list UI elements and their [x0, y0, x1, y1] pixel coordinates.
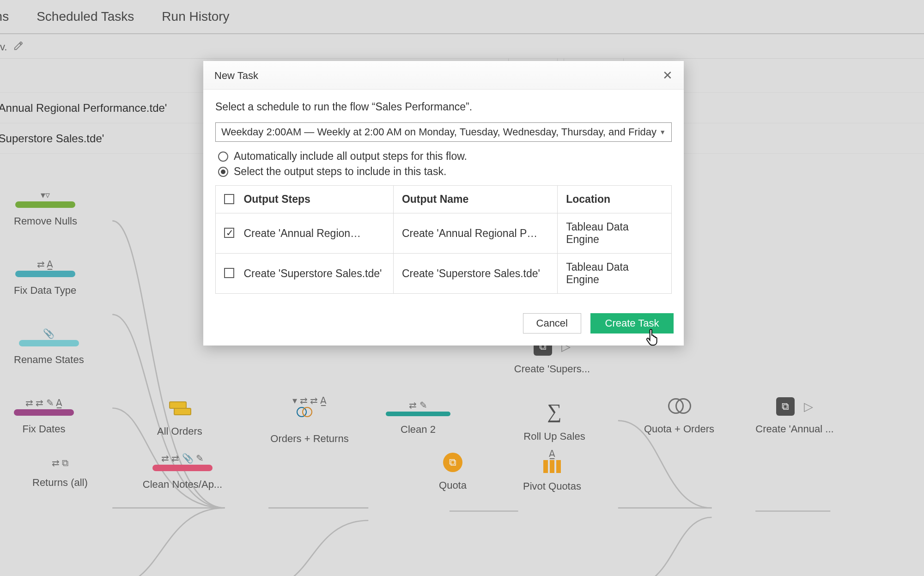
step-clean2: Clean 2	[383, 424, 453, 436]
join-icon	[297, 407, 322, 425]
join-icon-2	[666, 397, 692, 416]
step-create-supers: Create 'Supers...	[513, 363, 591, 375]
step-all-orders: All Orders	[157, 425, 202, 437]
row-location: Tableau Data Engine	[558, 213, 672, 254]
step-returns-all: Returns (all)	[32, 477, 88, 489]
step-orders-returns: Orders + Returns	[263, 433, 356, 445]
radio-auto-include-label: Automatically include all output steps f…	[234, 150, 467, 163]
step-remove-nulls: Remove Nulls	[14, 215, 77, 227]
bg-row2-step: e 'Superstore Sales.tde'	[0, 132, 209, 145]
top-tabs: tions Scheduled Tasks Run History	[0, 0, 924, 34]
tools-icon: ⇄ ⇄ ✎ A̲	[14, 397, 74, 409]
row-checkbox[interactable]	[224, 228, 234, 238]
cancel-button[interactable]: Cancel	[523, 313, 581, 333]
breadcrumb: v.	[0, 34, 924, 58]
step-roll-up-sales: Roll Up Sales	[517, 430, 591, 443]
table-row[interactable]: Create 'Superstore Sales.tde' Create 'Su…	[216, 254, 672, 294]
step-clean-notes: Clean Notes/Ap...	[139, 479, 226, 491]
table-row[interactable]: Create 'Annual Regional Perf… Create 'An…	[216, 213, 672, 254]
quota-icon: ⧉	[443, 453, 462, 472]
step-pivot-quotas: Pivot Quotas	[513, 480, 591, 492]
row-step: Create 'Annual Regional Perf…	[243, 227, 364, 240]
type-icon: ⇄ A̲	[14, 259, 76, 271]
cursor-icon	[645, 328, 661, 346]
row-step: Create 'Superstore Sales.tde'	[243, 267, 382, 279]
pivot-icon	[513, 460, 591, 473]
step-quota-orders: Quota + Orders	[633, 423, 725, 435]
breadcrumb-fragment: v.	[0, 41, 7, 53]
tab-connections[interactable]: tions	[0, 9, 9, 24]
play-icon-2[interactable]: ▷	[804, 400, 813, 414]
chevron-down-icon: ▼	[659, 128, 666, 136]
schedule-select[interactable]: Weekday 2:00AM — Weekly at 2:00 AM on Mo…	[215, 122, 672, 142]
row-name: Create 'Annual Regional Perfo…	[402, 227, 541, 240]
copy-icon: ⇄ ⧉	[32, 457, 88, 469]
step-clean2-pill[interactable]	[386, 412, 450, 416]
edit-icon[interactable]	[13, 41, 24, 54]
schedule-select-value: Weekday 2:00AM — Weekly at 2:00 AM on Mo…	[221, 126, 657, 138]
bg-row1-step: e 'Annual Regional Performance.tde'	[0, 102, 209, 115]
step-quota: Quota	[425, 479, 480, 491]
radio-select-steps[interactable]	[218, 167, 228, 177]
radio-auto-include[interactable]	[218, 152, 228, 162]
tab-run-history[interactable]: Run History	[162, 9, 229, 24]
create-task-button[interactable]: Create Task	[590, 313, 674, 333]
pivot-micro-icon: A̲	[513, 448, 591, 460]
step-rename-states-pill[interactable]	[19, 340, 79, 346]
col-location: Location	[558, 186, 672, 213]
tab-scheduled-tasks[interactable]: Scheduled Tasks	[36, 9, 134, 24]
sigma-icon: ∑	[517, 400, 591, 423]
step-clean-notes-pill[interactable]	[152, 465, 213, 471]
step-rename-states: Rename States	[14, 354, 84, 366]
new-task-dialog: New Task ✕ Select a schedule to run the …	[203, 61, 684, 346]
union-icon	[169, 400, 190, 418]
row-location: Tableau Data Engine	[558, 254, 672, 294]
row-name: Create 'Superstore Sales.tde'	[393, 254, 557, 294]
step-create-annual: Create 'Annual ...	[748, 423, 841, 435]
dialog-title: New Task	[214, 70, 258, 82]
col-output-step: ep	[0, 69, 209, 82]
edit-icon-2: ⇄ ✎	[383, 400, 453, 412]
step-fix-data-type-pill[interactable]	[15, 271, 75, 277]
select-all-checkbox[interactable]	[224, 194, 234, 204]
output-icon-2: ⧉	[776, 397, 795, 416]
clean-icon: ⇄ ⇄ 📎 ✎	[139, 453, 226, 465]
step-fix-dates: Fix Dates	[14, 423, 74, 435]
attach-icon: 📎	[14, 328, 84, 340]
step-fix-data-type: Fix Data Type	[14, 285, 76, 297]
output-steps-table: Output Steps Output Name Location Create…	[215, 185, 672, 294]
col-output-name: Output Name	[393, 186, 557, 213]
radio-select-steps-label: Select the output steps to include in th…	[234, 165, 446, 178]
step-remove-nulls-pill[interactable]	[15, 201, 75, 208]
join-tools-icon: ▾ ⇄ ⇄ A̲	[263, 395, 356, 407]
close-icon[interactable]: ✕	[663, 68, 673, 83]
step-fix-dates-pill[interactable]	[14, 409, 74, 416]
filter-icon: ▾▿	[14, 189, 77, 201]
row-checkbox[interactable]	[224, 268, 234, 278]
dialog-prompt: Select a schedule to run the flow “Sales…	[215, 101, 672, 113]
col-output-steps: Output Steps	[243, 193, 310, 205]
